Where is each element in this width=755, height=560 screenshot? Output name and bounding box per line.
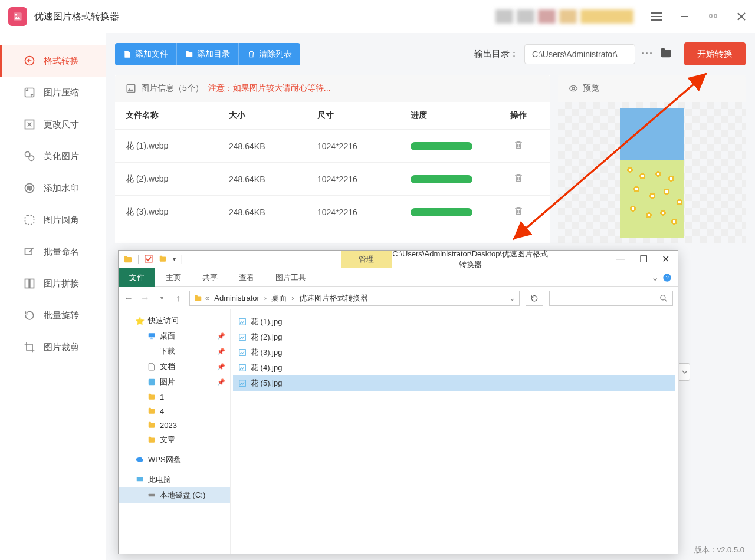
output-path-field[interactable]: C:\Users\Administrator\ xyxy=(524,44,635,64)
file-item[interactable]: 花 (5).jpg xyxy=(233,375,675,391)
sidebar-item-watermark[interactable]: 印 添加水印 xyxy=(0,172,106,204)
file-item[interactable]: 花 (4).jpg xyxy=(233,360,675,375)
breadcrumb[interactable]: « Administrator› 桌面› 优速图片格式转换器 ⌄ xyxy=(189,291,520,306)
nav-back[interactable]: ← xyxy=(123,293,134,304)
explorer-search[interactable] xyxy=(549,291,673,306)
start-convert-button[interactable]: 开始转换 xyxy=(684,42,746,65)
svg-point-1 xyxy=(15,14,17,16)
table-row[interactable]: 花 (1).webp 248.64KB 1024*2216 xyxy=(115,129,550,162)
svg-rect-25 xyxy=(137,477,143,481)
nav-forward[interactable]: → xyxy=(140,293,150,304)
tree-quick-access[interactable]: ⭐快速访问 xyxy=(119,313,230,328)
file-item[interactable]: 花 (3).jpg xyxy=(233,345,675,360)
ribbon-tab-home[interactable]: 主页 xyxy=(155,268,192,287)
svg-point-8 xyxy=(29,156,34,160)
sidebar-item-rename[interactable]: 批量命名 xyxy=(0,236,106,268)
sidebar-item-rounded[interactable]: 图片圆角 xyxy=(0,204,106,236)
file-item[interactable]: 花 (2).jpg xyxy=(233,330,675,345)
breadcrumb-dropdown[interactable]: ⌄ xyxy=(509,294,516,302)
sidebar-label: 批量命名 xyxy=(44,246,79,258)
help-icon[interactable]: ? xyxy=(662,273,672,282)
search-icon xyxy=(659,294,668,302)
checkbox-icon[interactable] xyxy=(145,255,154,264)
pin-icon: 📌 xyxy=(217,363,225,371)
sidebar-item-format-convert[interactable]: 格式转换 xyxy=(0,45,106,77)
tree-folder-2023[interactable]: 2023 xyxy=(119,418,230,432)
stitch-icon xyxy=(24,278,35,289)
browse-button[interactable]: ··· xyxy=(641,48,654,60)
col-name: 文件名称 xyxy=(126,110,229,121)
explorer-close[interactable]: ✕ xyxy=(662,253,669,265)
col-dim: 尺寸 xyxy=(317,110,411,121)
sidebar-item-stitch[interactable]: 图片拼接 xyxy=(0,268,106,299)
table-row[interactable]: 花 (3).webp 248.64KB 1024*2216 xyxy=(115,195,550,228)
svg-rect-27 xyxy=(239,319,246,325)
delete-row-button[interactable] xyxy=(498,140,539,151)
tree-folder-1[interactable]: 1 xyxy=(119,390,230,404)
table-row[interactable]: 花 (2).webp 248.64KB 1024*2216 xyxy=(115,162,550,195)
qat-dropdown[interactable]: ▾ xyxy=(173,256,176,262)
tree-pictures[interactable]: 图片📌 xyxy=(119,374,230,390)
nav-up[interactable]: ↑ xyxy=(173,293,183,304)
delete-row-button[interactable] xyxy=(498,173,539,185)
ribbon-tab-view[interactable]: 查看 xyxy=(228,268,265,287)
dropdown-chevron[interactable] xyxy=(680,363,690,381)
add-dir-button[interactable]: 添加目录 xyxy=(177,43,239,65)
nav-history-dropdown[interactable]: ▾ xyxy=(156,295,167,301)
explorer-tree: ⭐快速访问 桌面📌 下载📌 文档📌 图片📌 1 4 2023 文章 WPS网盘 … xyxy=(119,309,231,554)
sidebar-label: 图片圆角 xyxy=(44,215,79,226)
svg-rect-28 xyxy=(239,334,246,341)
sidebar: 格式转换 图片压缩 更改尺寸 美化图片 印 添加水印 图片圆角 批量命名 图片拼 xyxy=(0,33,106,560)
file-table: 图片信息（5个） 注意：如果图片较大请耐心等待... 文件名称 大小 尺寸 进度… xyxy=(115,75,550,243)
picture-icon xyxy=(147,377,156,387)
explorer-ribbon: 文件 主页 共享 查看 图片工具 ⌄ ? xyxy=(119,268,678,287)
folder-small-icon[interactable] xyxy=(159,255,168,264)
drive-icon xyxy=(147,490,156,500)
maximize-icon[interactable] xyxy=(708,11,718,22)
tree-wps[interactable]: WPS网盘 xyxy=(119,452,230,467)
add-file-button[interactable]: 添加文件 xyxy=(115,43,177,65)
explorer-maximize[interactable]: ☐ xyxy=(639,253,648,265)
refresh-button[interactable] xyxy=(526,291,543,306)
sidebar-item-compress[interactable]: 图片压缩 xyxy=(0,77,106,108)
file-icon xyxy=(123,50,132,58)
svg-rect-29 xyxy=(239,350,246,356)
ribbon-tab-pictools[interactable]: 图片工具 xyxy=(265,268,317,287)
sidebar-item-rotate[interactable]: 批量旋转 xyxy=(0,299,106,331)
sidebar-item-crop[interactable]: 图片裁剪 xyxy=(0,331,106,363)
tree-folder-article[interactable]: 文章 xyxy=(119,432,230,447)
sidebar-item-resize[interactable]: 更改尺寸 xyxy=(0,108,106,140)
title-bar: 优速图片格式转换器 xyxy=(0,0,755,33)
blurred-area xyxy=(495,9,633,24)
col-size: 大小 xyxy=(229,110,317,121)
ribbon-collapse[interactable]: ⌄ xyxy=(651,272,659,283)
tree-documents[interactable]: 文档📌 xyxy=(119,359,230,374)
version-label: 版本：v2.0.5.0 xyxy=(694,545,744,555)
menu-icon[interactable] xyxy=(651,11,662,22)
file-item[interactable]: 花 (1).jpg xyxy=(233,314,675,330)
svg-rect-5 xyxy=(25,88,34,97)
delete-row-button[interactable] xyxy=(498,206,539,218)
svg-text:?: ? xyxy=(665,275,668,281)
folder-icon xyxy=(147,392,156,401)
tree-local-c[interactable]: 本地磁盘 (C:) xyxy=(119,487,230,503)
ribbon-tab-file[interactable]: 文件 xyxy=(119,268,155,287)
desktop-icon xyxy=(147,331,156,341)
sidebar-item-beautify[interactable]: 美化图片 xyxy=(0,140,106,172)
manage-tab[interactable]: 管理 xyxy=(341,251,392,268)
tree-desktop[interactable]: 桌面📌 xyxy=(119,328,230,344)
minimize-icon[interactable] xyxy=(680,11,690,22)
tree-folder-4[interactable]: 4 xyxy=(119,404,230,418)
tree-downloads[interactable]: 下载📌 xyxy=(119,344,230,359)
tree-this-pc[interactable]: 此电脑 xyxy=(119,472,230,487)
open-folder-button[interactable] xyxy=(659,47,672,62)
preview-label: 预览 xyxy=(583,83,599,94)
close-icon[interactable] xyxy=(736,11,747,22)
eye-icon xyxy=(569,84,578,93)
clear-button[interactable]: 清除列表 xyxy=(239,43,300,65)
explorer-titlebar: | ▾ | 管理 C:\Users\Administrator\Desktop\… xyxy=(119,251,678,268)
explorer-minimize[interactable]: — xyxy=(616,253,625,265)
ribbon-tab-share[interactable]: 共享 xyxy=(192,268,228,287)
sidebar-label: 图片拼接 xyxy=(44,278,79,289)
star-icon: ⭐ xyxy=(135,316,145,325)
